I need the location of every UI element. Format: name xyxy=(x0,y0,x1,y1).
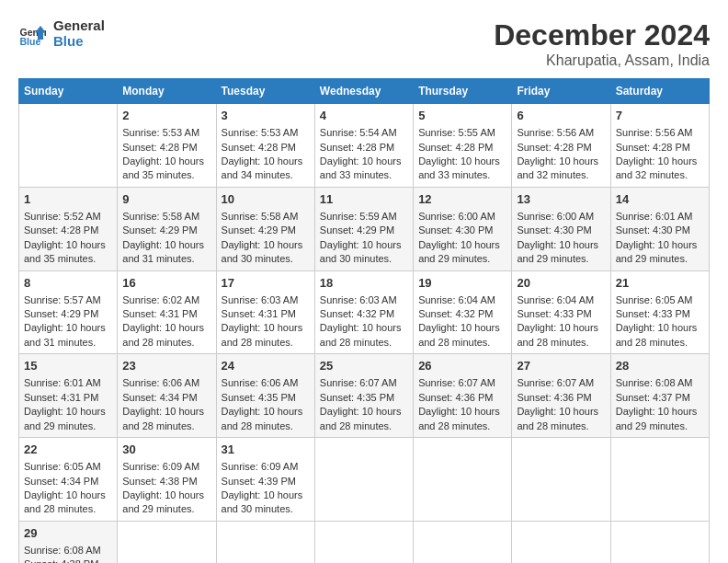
day-number: 30 xyxy=(122,442,210,458)
calendar-cell: 20Sunrise: 6:04 AM Sunset: 4:33 PM Dayli… xyxy=(512,270,610,354)
calendar-cell: 12Sunrise: 6:00 AM Sunset: 4:30 PM Dayli… xyxy=(414,187,512,270)
day-number: 2 xyxy=(122,108,210,124)
logo-general: General xyxy=(53,18,105,34)
day-content: Sunrise: 5:54 AM Sunset: 4:28 PM Dayligh… xyxy=(320,126,408,183)
day-number: 19 xyxy=(418,275,506,292)
day-number: 21 xyxy=(616,275,704,292)
calendar-cell: 24Sunrise: 6:06 AM Sunset: 4:35 PM Dayli… xyxy=(216,354,314,438)
calendar-cell: 16Sunrise: 6:02 AM Sunset: 4:31 PM Dayli… xyxy=(118,270,216,354)
calendar-cell: 30Sunrise: 6:09 AM Sunset: 4:38 PM Dayli… xyxy=(118,438,216,522)
logo-blue: Blue xyxy=(53,34,105,50)
day-number: 29 xyxy=(24,525,112,542)
calendar-cell: 18Sunrise: 6:03 AM Sunset: 4:32 PM Dayli… xyxy=(314,270,413,354)
day-content: Sunrise: 6:08 AM Sunset: 4:37 PM Dayligh… xyxy=(616,376,704,433)
calendar-cell xyxy=(512,521,610,563)
day-content: Sunrise: 6:00 AM Sunset: 4:30 PM Dayligh… xyxy=(418,210,506,267)
col-header-saturday: Saturday xyxy=(610,79,709,104)
page-header: General Blue General Blue December 2024 … xyxy=(18,18,710,69)
day-number: 10 xyxy=(222,191,310,208)
day-content: Sunrise: 5:55 AM Sunset: 4:28 PM Dayligh… xyxy=(418,126,506,183)
calendar-cell: 27Sunrise: 6:07 AM Sunset: 4:36 PM Dayli… xyxy=(512,354,610,438)
day-content: Sunrise: 5:58 AM Sunset: 4:29 PM Dayligh… xyxy=(222,210,310,267)
day-content: Sunrise: 6:09 AM Sunset: 4:38 PM Dayligh… xyxy=(122,460,210,517)
day-content: Sunrise: 6:06 AM Sunset: 4:34 PM Dayligh… xyxy=(122,376,210,433)
calendar-cell: 31Sunrise: 6:09 AM Sunset: 4:39 PM Dayli… xyxy=(216,438,314,522)
calendar-cell: 7Sunrise: 5:56 AM Sunset: 4:28 PM Daylig… xyxy=(610,104,709,188)
day-content: Sunrise: 5:58 AM Sunset: 4:29 PM Dayligh… xyxy=(122,210,210,267)
calendar-cell: 3Sunrise: 5:53 AM Sunset: 4:28 PM Daylig… xyxy=(216,104,314,188)
col-header-wednesday: Wednesday xyxy=(314,79,413,104)
day-content: Sunrise: 6:06 AM Sunset: 4:35 PM Dayligh… xyxy=(222,376,310,433)
calendar-cell xyxy=(610,521,709,563)
day-content: Sunrise: 6:05 AM Sunset: 4:33 PM Dayligh… xyxy=(616,293,704,350)
day-number: 4 xyxy=(320,108,408,124)
day-number: 20 xyxy=(517,275,605,292)
svg-text:Blue: Blue xyxy=(20,36,41,47)
calendar-row: 22Sunrise: 6:05 AM Sunset: 4:34 PM Dayli… xyxy=(19,438,710,522)
day-number: 1 xyxy=(24,191,112,208)
day-number: 24 xyxy=(222,358,310,374)
calendar-row: 15Sunrise: 6:01 AM Sunset: 4:31 PM Dayli… xyxy=(19,354,710,438)
calendar-cell xyxy=(414,438,512,522)
day-content: Sunrise: 5:56 AM Sunset: 4:28 PM Dayligh… xyxy=(616,126,704,183)
page-subtitle: Kharupatia, Assam, India xyxy=(494,52,710,69)
day-content: Sunrise: 5:53 AM Sunset: 4:28 PM Dayligh… xyxy=(122,126,210,183)
calendar-cell: 10Sunrise: 5:58 AM Sunset: 4:29 PM Dayli… xyxy=(216,187,314,270)
calendar-cell xyxy=(19,104,118,188)
col-header-sunday: Sunday xyxy=(19,79,118,104)
day-number: 5 xyxy=(418,108,506,124)
calendar-cell xyxy=(314,521,413,563)
col-header-thursday: Thursday xyxy=(414,79,512,104)
day-content: Sunrise: 6:03 AM Sunset: 4:31 PM Dayligh… xyxy=(222,293,310,350)
day-content: Sunrise: 6:08 AM Sunset: 4:38 PM Dayligh… xyxy=(24,544,112,563)
day-number: 8 xyxy=(24,275,112,292)
calendar-cell: 13Sunrise: 6:00 AM Sunset: 4:30 PM Dayli… xyxy=(512,187,610,270)
day-content: Sunrise: 6:04 AM Sunset: 4:33 PM Dayligh… xyxy=(517,293,605,350)
calendar-cell: 15Sunrise: 6:01 AM Sunset: 4:31 PM Dayli… xyxy=(19,354,118,438)
calendar-row: 29Sunrise: 6:08 AM Sunset: 4:38 PM Dayli… xyxy=(19,521,710,563)
day-number: 25 xyxy=(320,358,408,374)
day-number: 12 xyxy=(418,191,506,208)
day-content: Sunrise: 6:01 AM Sunset: 4:31 PM Dayligh… xyxy=(24,376,112,433)
day-content: Sunrise: 6:04 AM Sunset: 4:32 PM Dayligh… xyxy=(418,293,506,350)
calendar-cell: 21Sunrise: 6:05 AM Sunset: 4:33 PM Dayli… xyxy=(610,270,709,354)
day-content: Sunrise: 6:02 AM Sunset: 4:31 PM Dayligh… xyxy=(122,293,210,350)
day-content: Sunrise: 6:07 AM Sunset: 4:36 PM Dayligh… xyxy=(517,376,605,433)
day-content: Sunrise: 5:57 AM Sunset: 4:29 PM Dayligh… xyxy=(24,293,112,350)
logo: General Blue General Blue xyxy=(18,18,105,49)
calendar-cell: 22Sunrise: 6:05 AM Sunset: 4:34 PM Dayli… xyxy=(19,438,118,522)
calendar-cell xyxy=(414,521,512,563)
col-header-tuesday: Tuesday xyxy=(216,79,314,104)
col-header-friday: Friday xyxy=(512,79,610,104)
calendar-cell: 11Sunrise: 5:59 AM Sunset: 4:29 PM Dayli… xyxy=(314,187,413,270)
title-block: December 2024 Kharupatia, Assam, India xyxy=(494,18,710,69)
day-number: 14 xyxy=(616,191,704,208)
day-content: Sunrise: 5:53 AM Sunset: 4:28 PM Dayligh… xyxy=(222,126,310,183)
day-content: Sunrise: 6:03 AM Sunset: 4:32 PM Dayligh… xyxy=(320,293,408,350)
calendar-cell: 14Sunrise: 6:01 AM Sunset: 4:30 PM Dayli… xyxy=(610,187,709,270)
day-content: Sunrise: 6:05 AM Sunset: 4:34 PM Dayligh… xyxy=(24,460,112,517)
calendar-row: 2Sunrise: 5:53 AM Sunset: 4:28 PM Daylig… xyxy=(19,104,710,188)
day-number: 27 xyxy=(517,358,605,374)
calendar-table: SundayMondayTuesdayWednesdayThursdayFrid… xyxy=(18,78,710,563)
day-number: 7 xyxy=(616,108,704,124)
calendar-cell: 17Sunrise: 6:03 AM Sunset: 4:31 PM Dayli… xyxy=(216,270,314,354)
day-number: 26 xyxy=(418,358,506,374)
calendar-row: 1Sunrise: 5:52 AM Sunset: 4:28 PM Daylig… xyxy=(19,187,710,270)
calendar-row: 8Sunrise: 5:57 AM Sunset: 4:29 PM Daylig… xyxy=(19,270,710,354)
page-title: December 2024 xyxy=(494,18,710,52)
calendar-cell: 4Sunrise: 5:54 AM Sunset: 4:28 PM Daylig… xyxy=(314,104,413,188)
day-content: Sunrise: 5:59 AM Sunset: 4:29 PM Dayligh… xyxy=(320,210,408,267)
day-number: 17 xyxy=(222,275,310,292)
day-number: 28 xyxy=(616,358,704,374)
calendar-cell: 26Sunrise: 6:07 AM Sunset: 4:36 PM Dayli… xyxy=(414,354,512,438)
calendar-cell: 1Sunrise: 5:52 AM Sunset: 4:28 PM Daylig… xyxy=(19,187,118,270)
day-content: Sunrise: 6:07 AM Sunset: 4:36 PM Dayligh… xyxy=(418,376,506,433)
day-number: 15 xyxy=(24,358,112,374)
day-number: 23 xyxy=(122,358,210,374)
day-content: Sunrise: 6:01 AM Sunset: 4:30 PM Dayligh… xyxy=(616,210,704,267)
day-number: 31 xyxy=(222,442,310,458)
day-number: 16 xyxy=(122,275,210,292)
calendar-cell: 29Sunrise: 6:08 AM Sunset: 4:38 PM Dayli… xyxy=(19,521,118,563)
calendar-cell: 2Sunrise: 5:53 AM Sunset: 4:28 PM Daylig… xyxy=(118,104,216,188)
